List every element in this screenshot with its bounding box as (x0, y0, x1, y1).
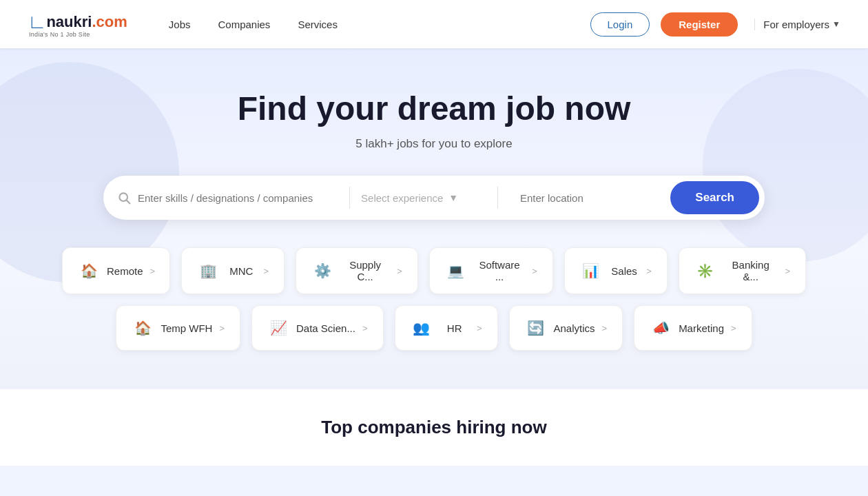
remote-icon: 🏠 (78, 260, 100, 282)
header-actions: Login Register For employers ▼ (590, 12, 840, 37)
remote-arrow-icon: > (150, 266, 156, 276)
divider-2 (497, 187, 498, 209)
temp-wfh-arrow-icon: > (219, 323, 225, 333)
category-chip-marketing[interactable]: 📣 Marketing > (634, 305, 752, 351)
hero-title: Find your dream job now (28, 90, 840, 127)
logo-text: naukri.com (46, 13, 127, 31)
sales-icon: 📊 (580, 260, 602, 282)
data-science-arrow-icon: > (362, 323, 368, 333)
location-input[interactable] (509, 192, 670, 204)
nav-item-services[interactable]: Services (298, 19, 338, 30)
register-button[interactable]: Register (661, 12, 738, 37)
software-arrow-icon: > (532, 266, 537, 276)
for-employers-label: For employers (763, 19, 829, 30)
for-employers-menu[interactable]: For employers ▼ (754, 19, 840, 30)
category-chip-supply-chain[interactable]: ⚙️ Supply C... > (296, 247, 418, 294)
category-chip-banking[interactable]: ✳️ Banking &... > (679, 247, 806, 294)
analytics-label: Analytics (554, 322, 595, 334)
hr-icon: 👥 (411, 317, 433, 339)
experience-select[interactable]: Select experience ▼ (361, 192, 486, 204)
logo-icon: ∟ (28, 11, 46, 33)
hero-content: Find your dream job now 5 lakh+ jobs for… (28, 90, 840, 351)
banking-arrow-icon: > (785, 266, 790, 276)
temp-wfh-icon: 🏠 (132, 317, 154, 339)
category-chip-hr[interactable]: 👥 HR > (395, 305, 498, 351)
analytics-icon: 🔄 (525, 317, 547, 339)
mnc-label: MNC (226, 265, 256, 277)
category-chip-analytics[interactable]: 🔄 Analytics > (509, 305, 623, 351)
experience-chevron-icon: ▼ (448, 192, 458, 203)
software-label: Software ... (474, 259, 526, 282)
hr-arrow-icon: > (477, 323, 482, 333)
search-bar: Select experience ▼ Search (103, 176, 765, 220)
nav-item-jobs[interactable]: Jobs (169, 19, 191, 30)
banking-label: Banking &... (723, 259, 778, 282)
analytics-arrow-icon: > (602, 323, 608, 333)
hero-subtitle: 5 lakh+ jobs for you to explore (28, 137, 840, 151)
data-science-icon: 📈 (267, 317, 289, 339)
sales-label: Sales (609, 265, 639, 277)
svg-line-1 (127, 200, 130, 204)
category-chip-sales[interactable]: 📊 Sales > (564, 247, 668, 294)
login-button[interactable]: Login (590, 12, 650, 37)
data-science-label: Data Scien... (296, 322, 355, 334)
category-chip-remote[interactable]: 🏠 Remote > (62, 247, 170, 294)
category-chip-software[interactable]: 💻 Software ... > (429, 247, 553, 294)
bottom-section: Top companies hiring now (0, 389, 868, 466)
temp-wfh-label: Temp WFH (161, 322, 212, 334)
category-chip-temp-wfh[interactable]: 🏠 Temp WFH > (116, 305, 240, 351)
chevron-down-icon: ▼ (832, 19, 840, 29)
marketing-arrow-icon: > (731, 323, 736, 333)
mnc-icon: 🏢 (197, 260, 219, 282)
logo-tagline: India's No 1 Job Site (28, 31, 127, 38)
banking-icon: ✳️ (694, 260, 716, 282)
logo[interactable]: ∟ naukri.com India's No 1 Job Site (28, 11, 127, 38)
marketing-icon: 📣 (650, 317, 672, 339)
supply-chain-arrow-icon: > (397, 266, 402, 276)
search-icon (117, 191, 131, 205)
categories: 🏠 Remote > 🏢 MNC > ⚙️ Supply C... > 💻 So… (62, 247, 806, 351)
software-icon: 💻 (445, 260, 467, 282)
sales-arrow-icon: > (646, 266, 652, 276)
category-chip-mnc[interactable]: 🏢 MNC > (181, 247, 285, 294)
main-nav: Jobs Companies Services (169, 19, 590, 30)
header: ∟ naukri.com India's No 1 Job Site Jobs … (0, 0, 868, 48)
divider-1 (349, 187, 350, 209)
hero-section: Find your dream job now 5 lakh+ jobs for… (0, 48, 868, 389)
search-button[interactable]: Search (670, 181, 759, 214)
mnc-arrow-icon: > (263, 266, 269, 276)
supply-chain-icon: ⚙️ (311, 260, 333, 282)
nav-item-companies[interactable]: Companies (218, 19, 271, 30)
category-row-1: 🏠 Remote > 🏢 MNC > ⚙️ Supply C... > 💻 So… (62, 247, 806, 294)
experience-placeholder: Select experience (361, 192, 443, 204)
category-row-2: 🏠 Temp WFH > 📈 Data Scien... > 👥 HR > 🔄 … (62, 305, 806, 351)
hr-label: HR (440, 322, 470, 334)
marketing-label: Marketing (679, 322, 724, 334)
supply-chain-label: Supply C... (340, 259, 390, 282)
remote-label: Remote (107, 265, 143, 277)
skills-input[interactable] (138, 192, 338, 204)
category-chip-data-science[interactable]: 📈 Data Scien... > (251, 305, 383, 351)
top-companies-title: Top companies hiring now (28, 417, 840, 438)
